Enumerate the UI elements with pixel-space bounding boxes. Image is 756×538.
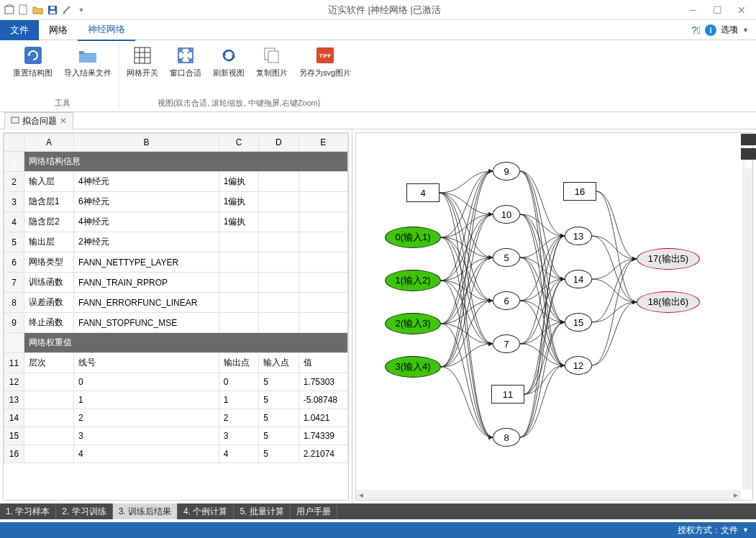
- cell[interactable]: 网络类型: [24, 252, 74, 273]
- cell[interactable]: 0: [74, 373, 219, 391]
- table-row[interactable]: 9终止函数FANN_STOPFUNC_MSE: [4, 313, 348, 333]
- cell[interactable]: 4: [219, 445, 258, 463]
- cell[interactable]: 训练函数: [24, 273, 74, 293]
- cell[interactable]: 5: [259, 409, 299, 427]
- row-header[interactable]: 8: [4, 293, 24, 313]
- new-icon[interactable]: [17, 4, 30, 17]
- col-header[interactable]: C: [219, 134, 258, 152]
- row-header[interactable]: 12: [4, 373, 24, 391]
- table-row[interactable]: 10网络权重值: [4, 333, 348, 353]
- col-header[interactable]: B: [74, 134, 219, 152]
- row-header[interactable]: 14: [4, 409, 24, 427]
- cell[interactable]: [219, 293, 258, 313]
- options-link[interactable]: 选项: [721, 24, 738, 36]
- cell[interactable]: 5: [259, 427, 299, 445]
- cell[interactable]: [24, 391, 74, 409]
- cell[interactable]: 5: [259, 373, 299, 391]
- table-row[interactable]: 11层次线号输出点输入点值: [4, 353, 348, 373]
- table-row[interactable]: 13115-5.08748: [4, 391, 348, 409]
- table-row[interactable]: 5输出层2神经元: [4, 232, 348, 252]
- cell[interactable]: [259, 172, 299, 192]
- cell[interactable]: 4: [74, 445, 219, 463]
- cell[interactable]: FANN_STOPFUNC_MSE: [74, 313, 219, 333]
- cell[interactable]: 2神经元: [74, 232, 219, 252]
- tab-neural-network[interactable]: 神经网络: [78, 19, 135, 41]
- settings-icon[interactable]: [60, 4, 73, 17]
- cell[interactable]: 值: [299, 353, 347, 373]
- import-results-button[interactable]: 导入结果文件: [61, 43, 114, 80]
- diagram-pane[interactable]: 0(输入1)1(输入2)2(输入3)3(输入4)4910567811131415…: [355, 132, 753, 501]
- side-tab-struct[interactable]: 结构信息: [741, 134, 756, 145]
- table-row[interactable]: 164452.21074: [4, 445, 348, 463]
- cell[interactable]: 2.21074: [299, 445, 347, 463]
- bottom-tab-0[interactable]: 1. 学习样本: [0, 503, 56, 519]
- cell[interactable]: 1.74339: [299, 427, 347, 445]
- cell[interactable]: 3: [219, 427, 258, 445]
- cell[interactable]: 0: [219, 373, 258, 391]
- cell[interactable]: FANN_ERRORFUNC_LINEAR: [74, 293, 219, 313]
- close-tab-icon[interactable]: ✕: [60, 116, 67, 126]
- bottom-tab-3[interactable]: 4. 个例计算: [178, 503, 234, 519]
- row-header[interactable]: 13: [4, 391, 24, 409]
- doc-tab-fit[interactable]: 拟合问题 ✕: [4, 112, 73, 129]
- cell[interactable]: [259, 252, 299, 273]
- row-header[interactable]: 2: [4, 172, 24, 192]
- close-button[interactable]: ✕: [730, 2, 753, 18]
- cell[interactable]: [299, 293, 347, 313]
- refresh-view-button[interactable]: 刷新视图: [210, 43, 247, 80]
- cell[interactable]: 1.75303: [299, 373, 347, 391]
- cell[interactable]: 1: [74, 391, 219, 409]
- cell[interactable]: 6神经元: [74, 192, 219, 212]
- table-row[interactable]: 153351.74339: [4, 427, 348, 445]
- table-row[interactable]: 8误差函数FANN_ERRORFUNC_LINEAR: [4, 293, 348, 313]
- cell[interactable]: [259, 212, 299, 232]
- cell[interactable]: 4神经元: [74, 212, 219, 232]
- cell[interactable]: [299, 172, 347, 192]
- cell[interactable]: [219, 252, 258, 273]
- cell[interactable]: [259, 293, 299, 313]
- cell[interactable]: [299, 192, 347, 212]
- cell[interactable]: [259, 313, 299, 333]
- cell[interactable]: 5: [259, 445, 299, 463]
- cell[interactable]: [24, 409, 74, 427]
- maximize-button[interactable]: ☐: [706, 2, 729, 18]
- row-header[interactable]: 3: [4, 192, 24, 212]
- row-header[interactable]: 5: [4, 232, 24, 252]
- cell[interactable]: 2: [74, 409, 219, 427]
- tab-file[interactable]: 文件: [0, 20, 39, 40]
- cell[interactable]: 层次: [24, 353, 74, 373]
- cell[interactable]: 线号: [74, 353, 219, 373]
- cell[interactable]: 终止函数: [24, 313, 74, 333]
- col-header[interactable]: A: [24, 134, 74, 152]
- cell[interactable]: 输入点: [259, 353, 299, 373]
- cell[interactable]: 输出点: [219, 353, 258, 373]
- cell[interactable]: 1偏执: [219, 192, 258, 212]
- open-icon[interactable]: [32, 4, 45, 17]
- horizontal-scrollbar[interactable]: ◂▸: [356, 490, 741, 500]
- status-dropdown-icon[interactable]: ▼: [742, 526, 749, 534]
- cell[interactable]: [299, 252, 347, 273]
- cell[interactable]: [299, 313, 347, 333]
- tab-network[interactable]: 网络: [39, 20, 78, 40]
- row-header[interactable]: 16: [4, 445, 24, 463]
- table-row[interactable]: 1网络结构信息: [4, 152, 348, 172]
- minimize-button[interactable]: ─: [681, 2, 704, 18]
- copy-image-button[interactable]: 复制图片: [253, 43, 291, 80]
- cell[interactable]: -5.08748: [299, 391, 347, 409]
- data-grid[interactable]: ABCDE 1网络结构信息2输入层4神经元1偏执3 隐含层16神经元1偏执4 隐…: [3, 132, 349, 501]
- info-icon[interactable]: i: [705, 24, 716, 36]
- row-header[interactable]: 10: [4, 333, 24, 353]
- bottom-tab-5[interactable]: 用户手册: [291, 503, 337, 519]
- cell[interactable]: 1偏执: [219, 172, 258, 192]
- cell[interactable]: [219, 313, 258, 333]
- row-header[interactable]: 1: [4, 152, 24, 172]
- bottom-tab-2[interactable]: 3. 训练后结果: [113, 503, 178, 519]
- table-row[interactable]: 2输入层4神经元1偏执: [4, 172, 348, 192]
- cell[interactable]: [24, 427, 74, 445]
- cell[interactable]: [219, 232, 258, 252]
- table-row[interactable]: 4 隐含层24神经元1偏执: [4, 212, 348, 232]
- cell[interactable]: [259, 192, 299, 212]
- cell[interactable]: [259, 232, 299, 252]
- cell[interactable]: [24, 373, 74, 391]
- grid-toggle-button[interactable]: 网格开关: [124, 43, 161, 80]
